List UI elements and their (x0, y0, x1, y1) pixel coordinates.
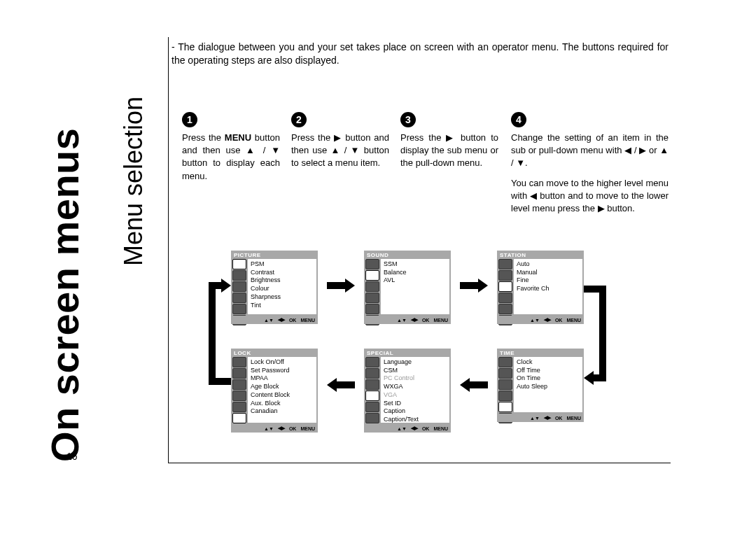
arrow-left-icon (460, 378, 488, 392)
pane-picture-list: PSM Contrast Brightness Colour Sharpness… (248, 259, 316, 314)
step-2: 2 Press the ▶ button and then use ▲ / ▼ … (291, 112, 389, 170)
pane-time-list: Clock Off Time On Time Auto Sleep (514, 357, 582, 412)
nav-updown-icon: ▲▼ (530, 416, 540, 421)
clock-icon (365, 402, 379, 412)
ok-label: OK (422, 426, 430, 431)
speaker-icon (365, 368, 379, 379)
menu-label: MENU (300, 318, 315, 323)
pane-lock: LOCK Lock On/Off Set Password MPAA Age B… (231, 349, 318, 433)
list-item: Tint (251, 302, 314, 310)
speaker-icon (365, 270, 379, 281)
pane-sound-list: SSM Balance AVL (381, 259, 449, 314)
step-1-number: 1 (182, 112, 197, 127)
list-item: Colour (251, 285, 314, 293)
nav-updown-icon: ▲▼ (397, 318, 407, 323)
clock-icon (365, 304, 379, 314)
pane-special-list: Language CSM PC Control WXGA VGA Set ID … (381, 357, 449, 423)
pane-special-header: SPECIAL (367, 350, 393, 356)
clock-icon (498, 304, 512, 314)
speaker-icon (498, 270, 512, 281)
film-icon (365, 293, 379, 303)
tv-icon (365, 281, 379, 292)
list-item: PC Control (384, 374, 447, 383)
pane-footer: ▲▼ ◀▶ OK MENU (497, 316, 584, 324)
speaker-icon (232, 270, 246, 281)
pane-lock-header: LOCK (234, 350, 251, 356)
pane-lock-iconcol (232, 357, 246, 423)
arrow-right-icon (209, 279, 231, 293)
monitor-icon (232, 259, 246, 269)
arrow-connector (209, 286, 216, 385)
step-4-number: 4 (511, 112, 526, 127)
arrow-connector (599, 286, 606, 378)
menu-label: MENU (300, 426, 315, 431)
tv-icon (232, 281, 246, 292)
step-1-text: Press the MENU button and then use ▲ / ▼… (182, 132, 280, 183)
pane-sound-header: SOUND (367, 252, 388, 258)
pane-time-header: TIME (500, 350, 514, 356)
step-3-text: Press the ▶ button to display the sub me… (400, 132, 498, 170)
tv-icon (498, 379, 512, 390)
nav-updown-icon: ▲▼ (264, 426, 274, 431)
step-2-number: 2 (291, 112, 307, 127)
monitor-icon (498, 259, 512, 269)
pane-footer: ▲▼ ◀▶ OK MENU (364, 316, 451, 324)
pane-footer: ▲▼ ◀▶ OK MENU (364, 424, 451, 433)
pane-footer: ▲▼ ◀▶ OK MENU (231, 316, 318, 324)
list-item: Contrast (251, 269, 314, 277)
film-icon (232, 293, 246, 303)
list-item: MPAA (251, 374, 314, 383)
ok-label: OK (289, 318, 297, 323)
lock-icon (232, 413, 246, 423)
arrow-left-icon (584, 371, 606, 385)
monitor-icon (365, 357, 379, 367)
list-item: Sharpness (251, 293, 314, 302)
step-3: 3 Press the ▶ button to display the sub … (400, 112, 498, 170)
pane-station-list: Auto Manual Fine Favorite Ch (514, 259, 582, 314)
clock-icon (232, 402, 246, 412)
list-item: Caption (384, 407, 447, 416)
nav-leftright-icon: ◀▶ (411, 426, 418, 431)
menu-label: MENU (566, 416, 581, 421)
menu-label: MENU (433, 318, 448, 323)
lock-icon (365, 413, 379, 423)
list-item: Manual (517, 269, 580, 277)
step-2-text: Press the ▶ button and then use ▲ / ▼ bu… (291, 132, 389, 170)
ok-label: OK (289, 426, 297, 431)
film-icon (232, 391, 246, 401)
film-icon (365, 391, 379, 401)
nav-leftright-icon: ◀▶ (544, 415, 551, 421)
list-item: VGA (384, 391, 447, 400)
ok-label: OK (555, 318, 563, 323)
pane-station: STATION Auto Manual Fine Favorite Ch ▲▼ … (497, 251, 584, 324)
nav-leftright-icon: ◀▶ (411, 317, 418, 323)
tv-icon (498, 281, 512, 292)
list-item: WXGA (384, 383, 447, 391)
pane-sound: SOUND SSM Balance AVL ▲▼ ◀▶ OK MENU (364, 251, 451, 324)
intro-paragraph: The dialogue between you and your set ta… (172, 41, 668, 67)
list-item: Lock On/Off (251, 358, 314, 367)
list-item: Brightness (251, 276, 314, 285)
speaker-icon (232, 368, 246, 379)
pane-picture-header: PICTURE (234, 252, 261, 258)
pane-time: TIME Clock Off Time On Time Auto Sleep ▲… (497, 349, 584, 422)
ok-label: OK (555, 416, 563, 421)
nav-updown-icon: ▲▼ (397, 426, 407, 431)
arrow-right-icon (327, 279, 355, 293)
monitor-icon (232, 357, 246, 367)
nav-updown-icon: ▲▼ (264, 318, 274, 323)
list-item: Auto (517, 260, 580, 269)
list-item: On Time (517, 374, 580, 383)
list-item: PSM (251, 260, 314, 269)
step-4-text-b: You can move to the higher level menu wi… (511, 177, 668, 216)
step-4: 4 Change the setting of an item in the s… (511, 112, 668, 215)
step-3-number: 3 (400, 112, 416, 127)
step-4-text-a: Change the setting of an item in the sub… (511, 132, 668, 170)
list-item: AVL (384, 276, 447, 285)
list-item: Age Block (251, 383, 314, 391)
pane-lock-list: Lock On/Off Set Password MPAA Age Block … (248, 357, 316, 423)
list-item: Caption/Text (384, 416, 447, 424)
list-item: Fine (517, 276, 580, 285)
menu-label: MENU (433, 426, 448, 431)
page-number: 16 (66, 451, 78, 462)
